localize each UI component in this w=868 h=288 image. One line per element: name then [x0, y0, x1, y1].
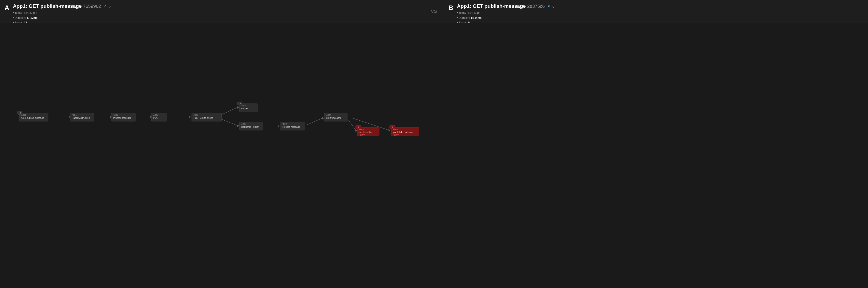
- external-link-icon-a[interactable]: ↗: [103, 4, 106, 8]
- svg-text:1: 1: [240, 102, 241, 105]
- svg-text:App1: App1: [72, 114, 77, 116]
- panel-b-title-row: App1: GET publish-message 2e375c6 ↗ ⌵: [457, 3, 863, 9]
- svg-text:GET publish-message: GET publish-message: [21, 117, 44, 119]
- node-a-10[interactable]: -1 App4 set to cache -100%: [356, 125, 379, 136]
- node-a-6[interactable]: 1 App3 master: [238, 102, 258, 112]
- node-a-3[interactable]: App2 Process Message: [112, 113, 135, 121]
- svg-text:-100%: -100%: [393, 134, 399, 136]
- panel-b-title-text: App1: GET publish-message 2e375c6: [457, 3, 545, 9]
- svg-text:App1: App1: [21, 114, 26, 116]
- main-canvas: 1 App1 GET publish-message App1 RabbitMq…: [0, 23, 868, 288]
- svg-text:POST /up-to-event: POST /up-to-event: [193, 117, 213, 119]
- external-link-icon-b[interactable]: ↗: [547, 4, 550, 8]
- panel-b-duration: • Duration: 14.14ms: [457, 15, 863, 21]
- svg-marker-15: [322, 117, 324, 119]
- svg-text:master: master: [241, 107, 248, 110]
- node-a-2[interactable]: App1 RabbitMq Publish: [70, 113, 94, 121]
- svg-line-16: [348, 119, 356, 130]
- svg-text:App3: App3: [193, 114, 198, 116]
- canvas-left: 1 App1 GET publish-message App1 RabbitMq…: [0, 23, 434, 288]
- node-a-5[interactable]: App3 POST /up-to-event: [192, 113, 222, 121]
- svg-text:App3: App3: [241, 104, 246, 107]
- trace-graph-a: 1 App1 GET publish-message App1 RabbitMq…: [0, 23, 434, 288]
- canvas-right: [434, 23, 868, 288]
- svg-text:App2: App2: [113, 114, 118, 116]
- svg-text:App4: App4: [326, 114, 331, 116]
- svg-text:POST: POST: [153, 117, 160, 119]
- svg-text:publish to backplane: publish to backplane: [393, 131, 414, 134]
- panel-a-header: A App1: GET publish-message 7659962 ↗ ⌵ …: [0, 0, 424, 23]
- svg-marker-17: [355, 129, 357, 132]
- svg-text:RabbitMq Publish: RabbitMq Publish: [241, 125, 259, 128]
- top-bar: A App1: GET publish-message 7659962 ↗ ⌵ …: [0, 0, 868, 23]
- svg-marker-11: [237, 124, 239, 127]
- svg-marker-7: [189, 116, 191, 118]
- panel-a-title-text: App1: GET publish-message 7659962: [13, 3, 101, 9]
- svg-text:-1: -1: [357, 126, 359, 128]
- panel-b-label: B: [449, 4, 453, 11]
- node-a-4[interactable]: App2 POST: [152, 113, 166, 121]
- panel-a-trace-id: 7659962: [83, 4, 101, 9]
- panel-b-trace-id: 2e375c6: [527, 4, 545, 9]
- chevron-down-icon-b[interactable]: ⌵: [552, 4, 555, 8]
- svg-text:RabbitMq Publish: RabbitMq Publish: [72, 117, 90, 119]
- svg-text:1: 1: [20, 112, 21, 114]
- svg-text:Process Message: Process Message: [282, 125, 300, 128]
- svg-text:App2: App2: [153, 114, 158, 116]
- panel-a-duration: • Duration: 17.12ms: [13, 15, 419, 21]
- svg-line-10: [222, 119, 238, 125]
- svg-text:App4: App4: [360, 128, 364, 131]
- panel-a-title-row: App1: GET publish-message 7659962 ↗ ⌵: [13, 3, 419, 9]
- panel-a-label: A: [5, 4, 9, 11]
- node-a-9[interactable]: App4 get from cache: [324, 113, 347, 121]
- vs-divider: VS: [424, 0, 444, 23]
- svg-marker-19: [388, 129, 391, 132]
- panel-b-date: • Today, 4:34:23 pm: [457, 10, 863, 15]
- svg-marker-9: [237, 106, 239, 109]
- svg-text:set to cache: set to cache: [360, 131, 372, 134]
- svg-marker-13: [278, 125, 280, 127]
- node-a-7[interactable]: App3 RabbitMq Publish: [240, 122, 262, 130]
- panel-a-title-group: App1: GET publish-message 7659962 ↗ ⌵ • …: [13, 3, 419, 26]
- trace-graph-b: [434, 23, 868, 288]
- svg-text:Process Message: Process Message: [113, 117, 131, 119]
- panel-b-header: B App1: GET publish-message 2e375c6 ↗ ⌵ …: [444, 0, 868, 23]
- svg-text:App3: App3: [241, 123, 246, 125]
- svg-text:App4: App4: [393, 128, 398, 131]
- svg-text:get from cache: get from cache: [326, 117, 342, 119]
- svg-line-14: [307, 118, 322, 125]
- panel-a-date: • Today, 4:34:22 pm: [13, 10, 419, 15]
- svg-text:-100%: -100%: [360, 134, 365, 136]
- svg-line-8: [222, 107, 238, 115]
- svg-text:App4: App4: [282, 123, 287, 125]
- node-a-1[interactable]: 1 App1 GET publish-message: [18, 111, 48, 121]
- chevron-down-icon-a[interactable]: ⌵: [108, 4, 111, 8]
- node-a-8[interactable]: App4 Process Message: [280, 122, 305, 130]
- svg-text:-1: -1: [391, 126, 393, 128]
- node-a-11[interactable]: -1 App4 publish to backplane -100%: [390, 125, 419, 136]
- panel-b-title-group: App1: GET publish-message 2e375c6 ↗ ⌵ • …: [457, 3, 863, 26]
